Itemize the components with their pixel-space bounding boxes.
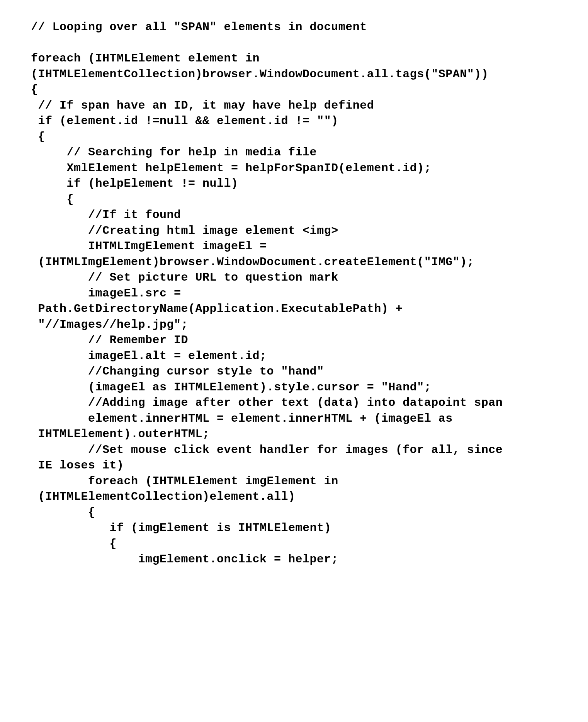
code-block: // Looping over all "SPAN" elements in d… (31, 19, 557, 567)
